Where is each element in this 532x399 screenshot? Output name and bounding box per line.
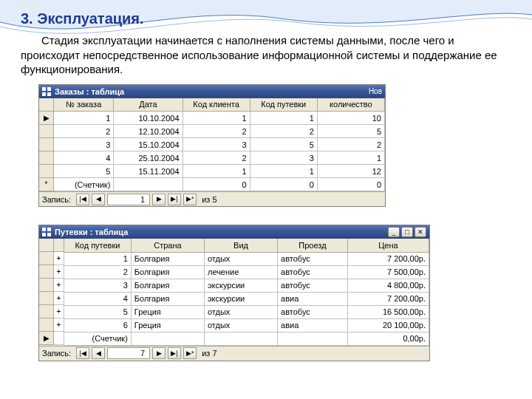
table-cell[interactable]: автобус bbox=[278, 305, 348, 318]
table-cell[interactable]: 12.10.2004 bbox=[114, 125, 183, 138]
row-selector[interactable] bbox=[39, 265, 54, 279]
table-cell[interactable]: 1 bbox=[54, 112, 114, 125]
table-cell[interactable]: 0 bbox=[317, 178, 384, 191]
table-cell[interactable]: 0 bbox=[250, 178, 317, 191]
titlebar-orders[interactable]: Заказы : таблица Нов bbox=[39, 85, 385, 98]
table-cell[interactable]: Болгария bbox=[131, 252, 204, 265]
table-cell[interactable]: экскурсии bbox=[204, 279, 277, 292]
table-cell[interactable]: 3 bbox=[250, 151, 317, 165]
table-cell[interactable]: 5 bbox=[250, 138, 317, 151]
column-header[interactable]: № заказа bbox=[54, 98, 114, 112]
expand-button[interactable]: + bbox=[54, 292, 64, 305]
table-cell[interactable]: автобус bbox=[278, 279, 348, 292]
table-cell[interactable]: отдых bbox=[204, 305, 277, 318]
table-cell[interactable]: 10.10.2004 bbox=[114, 112, 183, 125]
table-cell[interactable] bbox=[204, 332, 277, 345]
expand-button[interactable]: + bbox=[54, 318, 64, 332]
row-selector[interactable] bbox=[39, 305, 54, 318]
nav-last-button[interactable]: ▶| bbox=[168, 194, 181, 205]
table-row[interactable]: 515.11.20041112 bbox=[54, 165, 385, 178]
row-selector[interactable] bbox=[39, 125, 54, 138]
row-selector[interactable] bbox=[39, 292, 54, 305]
table-cell[interactable]: автобус bbox=[278, 252, 348, 265]
table-cell[interactable]: 3 bbox=[64, 279, 131, 292]
table-cell[interactable]: 0 bbox=[183, 178, 250, 191]
table-row[interactable]: 4Болгарияэкскурсииавиа7 200,00р. bbox=[64, 292, 429, 305]
table-row[interactable]: 315.10.2004352 bbox=[54, 138, 385, 151]
table-cell[interactable]: 5 bbox=[54, 165, 114, 178]
column-header[interactable]: Проезд bbox=[278, 239, 348, 252]
row-selector[interactable] bbox=[39, 138, 54, 151]
column-header[interactable]: Код путевки bbox=[64, 239, 131, 252]
table-cell[interactable]: Болгария bbox=[131, 279, 204, 292]
table-cell[interactable]: 1 bbox=[250, 165, 317, 178]
table-cell[interactable]: 7 500,00р. bbox=[347, 265, 429, 279]
table-cell[interactable]: 10 bbox=[317, 112, 384, 125]
nav-next-button[interactable]: ▶ bbox=[152, 347, 166, 359]
close-button[interactable]: ✕ bbox=[415, 227, 426, 237]
table-cell[interactable]: 5 bbox=[64, 305, 131, 318]
table-cell[interactable] bbox=[131, 332, 204, 345]
table-cell[interactable]: Греция bbox=[131, 305, 204, 318]
table-cell[interactable]: авиа bbox=[278, 292, 348, 305]
table-cell[interactable]: 2 bbox=[54, 125, 114, 138]
table-cell[interactable]: 15.11.2004 bbox=[114, 165, 183, 178]
table-row[interactable]: 2Болгариялечениеавтобус7 500,00р. bbox=[64, 265, 429, 279]
column-header[interactable]: Дата bbox=[114, 98, 183, 112]
table-row[interactable]: 5Грецияотдыхавтобус16 500,00р. bbox=[64, 305, 429, 318]
expand-button[interactable]: + bbox=[54, 252, 64, 265]
table-row[interactable]: (Счетчик)000 bbox=[54, 178, 385, 191]
table-cell[interactable]: 20 100,00р. bbox=[347, 318, 429, 332]
titlebar-tours[interactable]: Путевки : таблица _ □ ✕ bbox=[39, 225, 429, 239]
table-cell[interactable]: авиа bbox=[278, 318, 348, 332]
table-cell[interactable]: лечение bbox=[204, 265, 277, 279]
table-cell[interactable]: 1 bbox=[183, 112, 250, 125]
table-cell[interactable]: отдых bbox=[204, 318, 277, 332]
table-cell[interactable]: 1 bbox=[183, 165, 250, 178]
row-selector[interactable] bbox=[39, 279, 54, 292]
nav-last-button[interactable]: ▶| bbox=[168, 347, 181, 359]
table-cell[interactable]: 5 bbox=[317, 125, 384, 138]
table-row[interactable]: 6Грецияотдыхавиа20 100,00р. bbox=[64, 318, 429, 332]
column-header[interactable]: Страна bbox=[131, 239, 204, 252]
table-cell[interactable]: автобус bbox=[278, 265, 348, 279]
nav-next-button[interactable]: ▶ bbox=[152, 194, 166, 205]
table-cell[interactable]: 12 bbox=[317, 165, 384, 178]
table-cell[interactable]: 1 bbox=[317, 151, 384, 165]
nav-prev-button[interactable]: ◀ bbox=[92, 194, 105, 205]
table-cell[interactable]: 2 bbox=[183, 151, 250, 165]
table-cell[interactable]: 1 bbox=[64, 252, 131, 265]
column-header[interactable]: Цена bbox=[347, 239, 429, 252]
table-cell[interactable]: 7 200,00р. bbox=[347, 252, 429, 265]
table-row[interactable]: 212.10.2004225 bbox=[54, 125, 385, 138]
expand-button[interactable]: + bbox=[54, 305, 64, 318]
table-cell[interactable]: 1 bbox=[250, 112, 317, 125]
column-header[interactable]: Вид bbox=[204, 239, 277, 252]
row-selector[interactable] bbox=[39, 318, 54, 332]
expand-button[interactable]: + bbox=[54, 265, 64, 279]
table-cell[interactable]: отдых bbox=[204, 252, 277, 265]
table-cell[interactable]: 3 bbox=[54, 138, 114, 151]
maximize-button[interactable]: □ bbox=[401, 227, 413, 237]
table-cell[interactable]: (Счетчик) bbox=[54, 178, 114, 191]
table-cell[interactable]: 25.10.2004 bbox=[114, 151, 183, 165]
nav-record-input[interactable]: 1 bbox=[107, 194, 150, 205]
table-row[interactable]: 110.10.20041110 bbox=[54, 112, 385, 125]
table-row[interactable]: (Счетчик)0,00р. bbox=[64, 332, 429, 345]
table-row[interactable]: 1Болгарияотдыхавтобус7 200,00р. bbox=[64, 252, 429, 265]
table-cell[interactable]: Болгария bbox=[131, 265, 204, 279]
table-cell[interactable]: 2 bbox=[183, 125, 250, 138]
expand-button[interactable]: + bbox=[54, 279, 64, 292]
table-cell[interactable]: 16 500,00р. bbox=[347, 305, 429, 318]
column-header[interactable]: Код клиента bbox=[183, 98, 250, 112]
table-tours[interactable]: Код путевкиСтранаВидПроездЦена 1Болгария… bbox=[64, 239, 429, 346]
table-cell[interactable]: экскурсии bbox=[204, 292, 277, 305]
table-row[interactable]: 3Болгарияэкскурсииавтобус4 800,00р. bbox=[64, 279, 429, 292]
nav-first-button[interactable]: |◀ bbox=[76, 347, 89, 359]
table-row[interactable]: 425.10.2004231 bbox=[54, 151, 385, 165]
table-cell[interactable]: 15.10.2004 bbox=[114, 138, 183, 151]
nav-first-button[interactable]: |◀ bbox=[76, 194, 89, 205]
row-selector[interactable] bbox=[39, 165, 54, 178]
nav-new-button[interactable]: ▶* bbox=[183, 347, 197, 359]
nav-prev-button[interactable]: ◀ bbox=[92, 347, 105, 359]
